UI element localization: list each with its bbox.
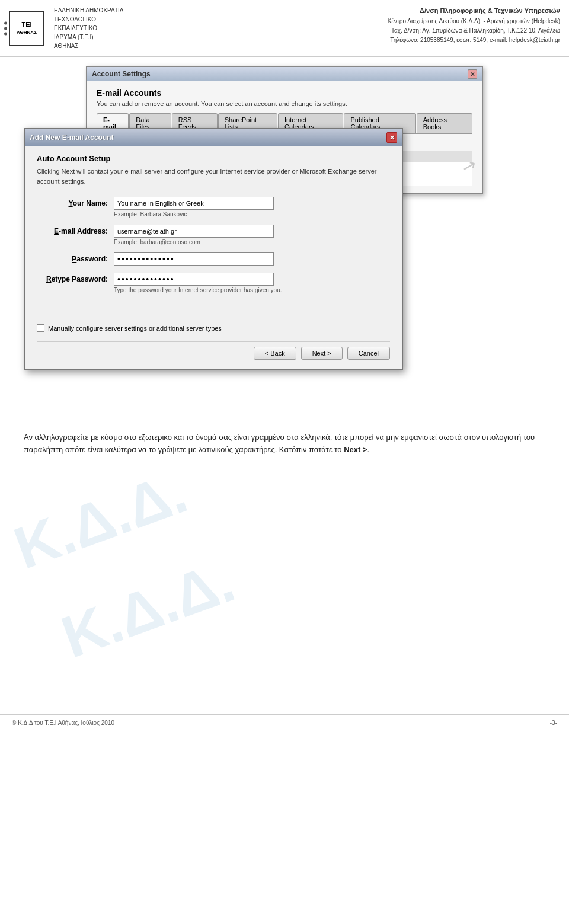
spacer — [37, 300, 390, 312]
your-name-label: Your Name: — [37, 197, 114, 207]
retype-password-row: Retype Password: Type the password your … — [37, 273, 390, 293]
password-input[interactable] — [114, 252, 274, 266]
email-address-input[interactable] — [114, 225, 274, 238]
retype-password-input[interactable] — [114, 273, 274, 286]
page-footer: © Κ.Δ.Δ του Τ.Ε.Ι Αθήνας, Ιούλιος 2010 -… — [0, 714, 569, 731]
your-name-row: Your Name: Example: Barbara Sankovic — [37, 197, 390, 218]
header-contact-info: Δ/νση Πληροφορικής & Τεχνικών Υπηρεσιών … — [388, 6, 560, 45]
footer-page-number: -3- — [550, 720, 557, 726]
add-email-dialog: Add New E-mail Account ✕ Auto Account Se… — [24, 128, 403, 370]
logo-box: ΤΕΙ ΑΘΗΝΑΣ — [9, 11, 44, 46]
body-text-main: Αν αλληλογραφείτε με κόσμο στο εξωτερικό… — [24, 433, 535, 454]
org-name: ΕΛΛΗΝΙΚΗ ΔΗΜΟΚΡΑΤΙΑ ΤΕΧΝΟΛΟΓΙΚΟ ΕΚΠΑΙΔΕΥ… — [54, 6, 123, 50]
watermark-1: Κ.Δ.Δ. — [12, 468, 196, 583]
auto-account-setup-title: Auto Account Setup — [37, 154, 390, 163]
your-name-field-group: Example: Barbara Sankovic — [114, 197, 390, 218]
footer-left: © Κ.Δ.Δ του Τ.Ε.Ι Αθήνας, Ιούλιος 2010 — [12, 720, 114, 726]
your-name-input[interactable] — [114, 197, 274, 210]
password-field-group — [114, 252, 390, 266]
window-close-button[interactable]: ✕ — [468, 69, 477, 79]
body-section: Αν αλληλογραφείτε με κόσμο στο εξωτερικό… — [12, 431, 557, 693]
email-address-field-group: Example: barbara@contoso.com — [114, 225, 390, 245]
password-label: Password: — [37, 252, 114, 263]
next-button[interactable]: Next > — [301, 347, 343, 360]
tab-address-books[interactable]: Address Books — [417, 113, 472, 133]
password-hint: Type the password your Internet service … — [114, 287, 390, 293]
logo-dot-1 — [4, 21, 7, 24]
email-address-row: E-mail Address: Example: barbara@contoso… — [37, 225, 390, 245]
dialog-buttons: < Back Next > Cancel — [37, 341, 390, 360]
manual-config-checkbox[interactable] — [37, 324, 44, 332]
body-text-bold: Next > — [344, 445, 367, 454]
account-settings-titlebar: Account Settings ✕ — [87, 67, 482, 81]
address-info: Ταχ. Δ/νση: Αγ. Σπυρίδωνα & Παλληκαρίδη,… — [388, 26, 560, 36]
retype-password-field-group: Type the password your Internet service … — [114, 273, 390, 293]
contact-info: Τηλέφωνο: 2105385149, εσωτ. 5149, e-mail… — [388, 36, 560, 45]
helpdesk-info: Κέντρο Διαχείρισης Δικτύου (Κ.Δ.Δ), - Αρ… — [388, 17, 560, 26]
watermark-area: Κ.Δ.Δ. K.Δ.Δ. — [12, 468, 557, 693]
password-row: Password: — [37, 252, 390, 266]
add-email-titlebar: Add New E-mail Account ✕ — [25, 129, 402, 146]
auto-account-setup-desc: Clicking Next will contact your e-mail s… — [37, 167, 390, 186]
retype-password-label: Retype Password: — [37, 273, 114, 283]
dialog-close-button[interactable]: ✕ — [386, 132, 397, 143]
account-settings-title: Account Settings — [92, 70, 151, 78]
cancel-button[interactable]: Cancel — [347, 347, 390, 360]
window-controls: ✕ — [468, 69, 477, 79]
email-accounts-desc: You can add or remove an account. You ca… — [97, 100, 472, 107]
add-email-body: Auto Account Setup Clicking Next will co… — [25, 146, 402, 369]
email-address-label: E-mail Address: — [37, 225, 114, 235]
main-content: Account Settings ✕ E-mail Accounts You c… — [0, 57, 569, 702]
page-header: ΤΕΙ ΑΘΗΝΑΣ ΕΛΛΗΝΙΚΗ ΔΗΜΟΚΡΑΤΙΑ ΤΕΧΝΟΛΟΓΙ… — [0, 0, 569, 57]
logo-dot-3 — [4, 32, 7, 35]
body-text-end: . — [367, 445, 370, 454]
email-accounts-title: E-mail Accounts — [97, 88, 472, 98]
add-email-title: Add New E-mail Account — [30, 133, 114, 142]
your-name-hint: Example: Barbara Sankovic — [114, 211, 390, 218]
logo-dot-2 — [4, 27, 7, 30]
manual-config-label: Manually configure server settings or ad… — [48, 325, 222, 332]
body-paragraph: Αν αλληλογραφείτε με κόσμο στο εξωτερικό… — [24, 431, 545, 456]
watermark-2: K.Δ.Δ. — [53, 546, 243, 671]
email-address-hint: Example: barbara@contoso.com — [114, 239, 390, 245]
manual-config-row: Manually configure server settings or ad… — [37, 324, 390, 332]
department-title: Δ/νση Πληροφορικής & Τεχνικών Υπηρεσιών — [388, 6, 560, 17]
back-button[interactable]: < Back — [254, 347, 296, 360]
logo-area: ΤΕΙ ΑΘΗΝΑΣ ΕΛΛΗΝΙΚΗ ΔΗΜΟΚΡΑΤΙΑ ΤΕΧΝΟΛΟΓΙ… — [9, 6, 123, 50]
